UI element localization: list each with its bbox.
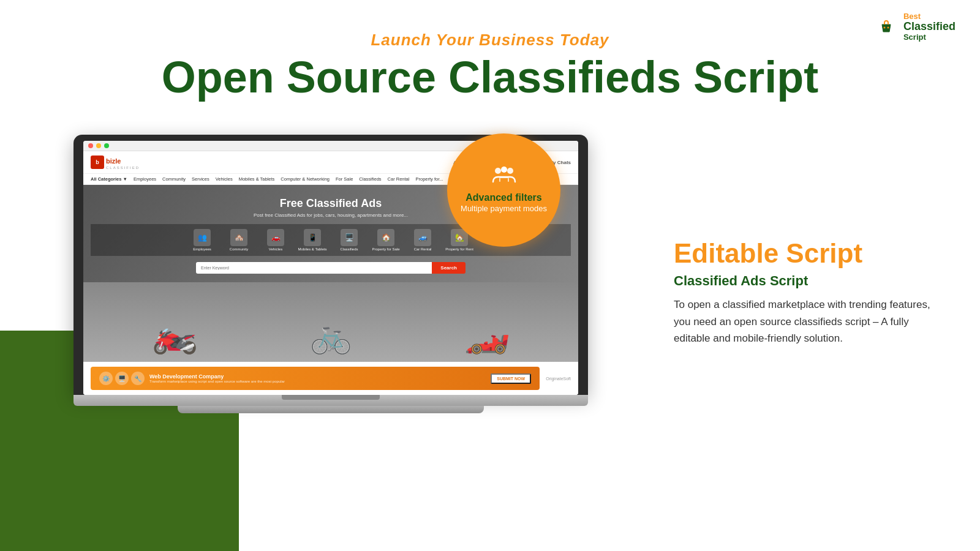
page-wrapper: Best Classified Script Launch Your Busin… [0,0,980,551]
browser-dot-green [104,143,109,148]
cat-forsale[interactable]: For Sale [336,176,353,182]
search-input[interactable] [196,262,432,274]
right-title: Editable Script [674,239,943,268]
logo-script: Script [903,33,956,42]
banner-sub: Transform marketplace using script and o… [149,380,486,383]
bicycle-icon: 🚲 [310,316,352,356]
cat-icon-car-rental: 🚙 Car Rental [407,229,439,251]
banner-icon-3: 🔧 [131,372,145,385]
cat-icon-community: 🏘️ Community [223,229,255,251]
cat-icon-classifieds: 🖥️ Classifieds [333,229,365,251]
banner-cta-button[interactable]: SUBMIT NOW [491,373,531,384]
cat-icon-property-sale: 🏠 Property for Sale [370,229,402,251]
main-title: Open Source Classifieds Script [0,53,980,102]
svg-rect-7 [499,178,500,182]
feature-badge: Advanced filters Multiple payment modes [447,133,560,247]
cat-carrental[interactable]: Car Rental [388,176,410,182]
logo-text: Best Classified Script [903,12,956,42]
browser-dot-yellow [96,143,101,148]
banner-text-block: Web Development Company Transform market… [149,373,486,383]
vehicles-strip: 🏍️ 🚲 🏎️ [83,282,578,362]
cat-vehicles[interactable]: Vehicles [216,176,233,182]
cat-classifieds[interactable]: Classifieds [359,176,381,182]
logo-bag-icon [873,13,900,40]
cat-mobiles[interactable]: Mobiles & Tablets [239,176,275,182]
right-subtitle: Classified Ads Script [674,273,943,289]
right-content: Editable Script Classified Ads Script To… [674,239,943,347]
search-bar: Search [196,262,466,274]
cat-icon-vehicles: 🚗 Vehicles [260,229,292,251]
svg-point-1 [883,27,885,29]
badge-text-advanced-filters: Advanced filters [466,192,541,203]
svg-point-4 [501,167,507,173]
search-button[interactable]: Search [432,262,466,274]
badge-icon [492,166,516,189]
laptop-stand [178,406,484,413]
motorcycle-icon: 🏍️ [152,312,198,356]
logo-best: Best [903,12,956,21]
logo-classified: Classified [903,21,956,33]
laptop-base [74,395,588,406]
site-logo-label: bizle CLASSIFIED [106,155,140,170]
site-logo-icon: b [91,156,104,169]
cat-all[interactable]: All Categories ▼ [91,176,127,182]
hero-text-area: Launch Your Business Today Open Source C… [0,0,980,102]
logo-area: Best Classified Script [873,12,956,42]
site-logo: b bizle CLASSIFIED [91,155,140,170]
cat-icon-mobiles: 📱 Mobiles & Tablets [296,229,328,251]
banner-icon-1: ⚙️ [99,372,113,385]
banner-icon-2: 🖥️ [115,372,129,385]
site-bottom-banner: ⚙️ 🖥️ 🔧 Web Development Company Transfor… [83,362,578,395]
svg-rect-8 [508,178,509,182]
cat-property[interactable]: Property for... [415,176,443,182]
svg-point-2 [887,27,889,29]
tagline: Launch Your Business Today [0,31,980,50]
browser-dot-red [88,143,93,148]
cat-services[interactable]: Services [192,176,209,182]
cat-employees[interactable]: Employees [134,176,156,182]
badge-text-payment-modes: Multiple payment modes [461,204,547,214]
banner-icons: ⚙️ 🖥️ 🔧 [99,372,145,385]
banner-orange: ⚙️ 🖥️ 🔧 Web Development Company Transfor… [91,367,540,390]
banner-title: Web Development Company [149,373,486,380]
cat-icon-employees: 👥 Employees [186,229,218,251]
svg-rect-6 [499,177,509,178]
svg-point-3 [495,168,501,174]
cat-computer[interactable]: Computer & Networking [281,176,330,182]
cat-community[interactable]: Community [162,176,186,182]
laptop-hinge [282,395,380,400]
sports-car-icon: 🏎️ [464,312,510,356]
banner-brand: OriginateSoft [546,377,571,381]
svg-point-5 [507,168,513,174]
right-description: To open a classified marketplace with tr… [674,296,943,347]
